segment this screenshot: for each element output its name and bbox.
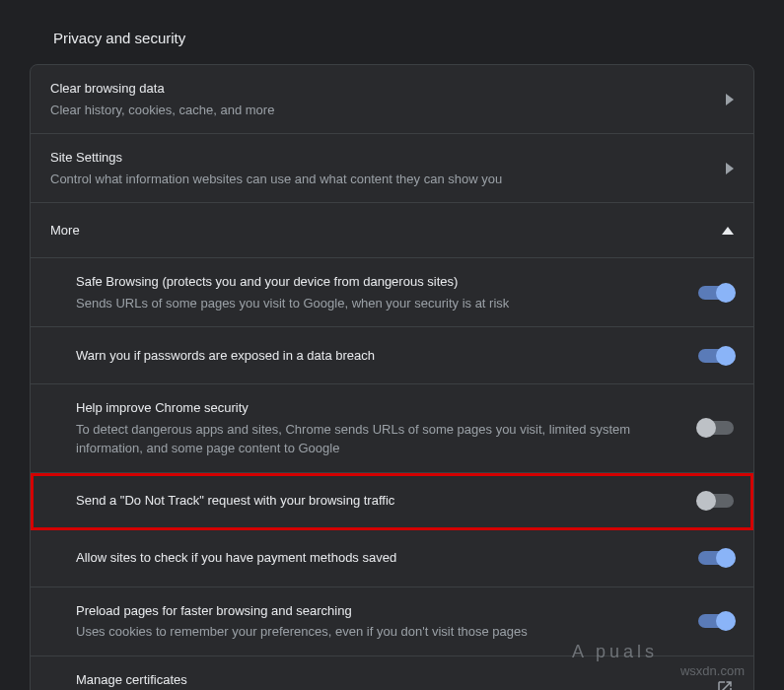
row-text: More bbox=[50, 221, 722, 241]
row-title: Allow sites to check if you have payment… bbox=[76, 548, 682, 568]
site-settings-row[interactable]: Site Settings Control what information w… bbox=[31, 134, 753, 203]
row-title: Clear browsing data bbox=[50, 79, 710, 99]
watermark: wsxdn.com bbox=[680, 663, 745, 678]
chevron-up-icon bbox=[722, 227, 734, 235]
more-expanded: Safe Browsing (protects you and your dev… bbox=[31, 258, 753, 690]
row-desc: Sends URLs of some pages you visit to Go… bbox=[76, 294, 682, 313]
clear-browsing-data-row[interactable]: Clear browsing data Clear history, cooki… bbox=[31, 65, 753, 134]
section-title: Privacy and security bbox=[53, 30, 754, 46]
warn-passwords-row: Warn you if passwords are exposed in a d… bbox=[31, 327, 753, 384]
warn-passwords-toggle[interactable] bbox=[698, 349, 734, 363]
row-text: Manage certificates Manage HTTPS/SSL cer… bbox=[76, 670, 716, 691]
row-title: Help improve Chrome security bbox=[76, 398, 682, 418]
payment-check-toggle[interactable] bbox=[698, 551, 734, 565]
preload-toggle[interactable] bbox=[698, 614, 734, 628]
row-text: Clear browsing data Clear history, cooki… bbox=[50, 79, 726, 119]
do-not-track-toggle[interactable] bbox=[698, 494, 734, 508]
row-title: Warn you if passwords are exposed in a d… bbox=[76, 346, 682, 366]
settings-card: Clear browsing data Clear history, cooki… bbox=[30, 64, 754, 690]
row-title: More bbox=[50, 221, 706, 241]
payment-check-row: Allow sites to check if you have payment… bbox=[31, 530, 753, 587]
row-desc: Clear history, cookies, cache, and more bbox=[50, 101, 710, 120]
row-text: Safe Browsing (protects you and your dev… bbox=[76, 272, 698, 312]
help-improve-row: Help improve Chrome security To detect d… bbox=[31, 384, 753, 473]
row-title: Safe Browsing (protects you and your dev… bbox=[76, 272, 682, 292]
row-desc: To detect dangerous apps and sites, Chro… bbox=[76, 420, 682, 458]
row-text: Allow sites to check if you have payment… bbox=[76, 548, 698, 568]
row-text: Help improve Chrome security To detect d… bbox=[76, 398, 698, 458]
safe-browsing-toggle[interactable] bbox=[698, 286, 734, 300]
external-link-icon bbox=[716, 679, 734, 690]
help-improve-toggle[interactable] bbox=[698, 421, 734, 435]
appuals-logo: A puals bbox=[572, 642, 658, 662]
chevron-right-icon bbox=[726, 163, 734, 174]
row-title: Send a "Do Not Track" request with your … bbox=[76, 491, 682, 511]
row-title: Preload pages for faster browsing and se… bbox=[76, 601, 682, 621]
row-desc: Uses cookies to remember your preference… bbox=[76, 622, 682, 642]
row-text: Site Settings Control what information w… bbox=[50, 148, 726, 188]
more-row[interactable]: More bbox=[31, 203, 753, 258]
row-text: Warn you if passwords are exposed in a d… bbox=[76, 346, 698, 366]
row-desc: Control what information websites can us… bbox=[50, 170, 710, 189]
row-text: Preload pages for faster browsing and se… bbox=[76, 601, 698, 642]
safe-browsing-row: Safe Browsing (protects you and your dev… bbox=[31, 258, 753, 327]
row-title: Manage certificates bbox=[76, 670, 700, 690]
do-not-track-row: Send a "Do Not Track" request with your … bbox=[31, 473, 753, 530]
chevron-right-icon bbox=[726, 94, 734, 105]
row-title: Site Settings bbox=[50, 148, 710, 168]
row-text: Send a "Do Not Track" request with your … bbox=[76, 491, 698, 511]
